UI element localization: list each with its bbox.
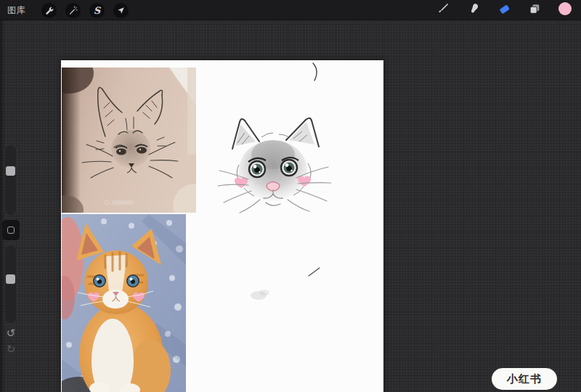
brush-size-slider[interactable] (4, 144, 17, 216)
actions-button[interactable] (41, 3, 57, 18)
wrench-icon (44, 6, 54, 15)
undo-button[interactable]: ↺ (1, 328, 20, 339)
undo-icon: ↺ (7, 327, 16, 340)
layers-button[interactable] (527, 3, 542, 17)
eraser-icon (497, 2, 511, 19)
brush-size-slider-handle[interactable] (6, 166, 15, 176)
redo-icon: ↻ (7, 343, 16, 356)
toolbar-left-group: 图库 S (0, 0, 129, 20)
faint-smudge-mark (248, 287, 272, 303)
procreate-app: 图库 S (0, 0, 581, 392)
cat-sketch-artwork (218, 113, 334, 214)
opacity-slider-handle[interactable] (6, 274, 15, 284)
modify-square-icon (7, 226, 15, 234)
finger-smudge-icon (467, 2, 480, 18)
xiaohongshu-watermark-badge: 小红书 (492, 368, 557, 390)
paint-tool-button[interactable] (436, 3, 450, 17)
drawing-canvas[interactable] (61, 60, 383, 392)
opacity-slider[interactable] (4, 245, 17, 324)
watermark-label: 小红书 (507, 372, 542, 386)
adjustments-button[interactable] (65, 3, 81, 18)
brush-icon (436, 2, 450, 18)
s-ribbon-icon: S (94, 6, 100, 15)
stray-stroke-arc (308, 62, 324, 83)
color-swatch-icon (558, 1, 572, 19)
cat-tattoo-reference-photo (62, 68, 196, 213)
modify-button[interactable] (2, 220, 20, 240)
orange-kitten-reference-photo (62, 214, 186, 392)
toolbar-right-group (436, 0, 581, 20)
selection-button[interactable]: S (89, 3, 105, 18)
magic-wand-icon (68, 6, 78, 15)
gallery-button[interactable]: 图库 (0, 4, 33, 17)
color-panel-button[interactable] (558, 3, 572, 17)
cursor-arrow-icon (116, 6, 126, 15)
erase-tool-button[interactable] (497, 3, 511, 17)
layers-icon (528, 2, 541, 18)
top-toolbar: 图库 S (0, 0, 581, 20)
stray-stroke-diagonal (307, 266, 322, 278)
redo-button[interactable]: ↻ (1, 344, 20, 355)
smudge-tool-button[interactable] (466, 3, 481, 17)
transform-button[interactable] (113, 3, 129, 18)
